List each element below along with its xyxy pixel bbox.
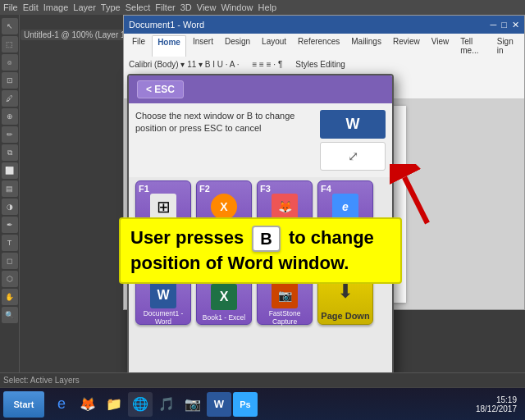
tab-insert[interactable]: Insert: [188, 35, 218, 57]
lasso-tool[interactable]: ⌾: [2, 54, 18, 71]
menu-help[interactable]: Help: [258, 2, 277, 12]
expand-icon: ⤢: [348, 148, 358, 164]
menu-select[interactable]: Select: [126, 2, 151, 12]
red-arrow: [390, 164, 439, 230]
tab-tellme[interactable]: Tell me...: [455, 35, 490, 57]
menu-view[interactable]: View: [197, 2, 217, 12]
f2-label: F2: [199, 185, 210, 194]
f9-icon-area: W: [139, 282, 188, 308]
word-ribbon-content: Calibri (Body) ▾ 11 ▾ B I U · A · ≡ ≡ ≡ …: [127, 58, 521, 71]
menu-edit[interactable]: Edit: [23, 2, 39, 12]
clone-tool[interactable]: ⧉: [2, 144, 18, 161]
f10-icon-area: X: [199, 282, 249, 313]
word-close[interactable]: ✕: [512, 20, 519, 30]
tab-layout[interactable]: Layout: [257, 35, 291, 57]
f4-label: F4: [321, 185, 331, 194]
faststone-icon: 📷: [272, 282, 298, 308]
xampp-icon: X: [211, 194, 237, 220]
move-tool[interactable]: ↖: [2, 18, 18, 34]
f3-icon-area: 🦊: [260, 194, 309, 220]
menu-layer[interactable]: Layer: [73, 2, 96, 12]
ps-status-bar: Select: Active Layers: [0, 372, 525, 387]
taskbar-date-display: 18/12/2017: [476, 404, 517, 413]
ps-menu-bar: File Edit Image Layer Type Select Filter…: [0, 0, 525, 15]
eyedropper-tool[interactable]: 🖊: [2, 90, 18, 107]
word-title: Document1 - Word: [129, 20, 204, 30]
excel-app-icon: X: [211, 284, 237, 310]
f12-app-name: Page Down: [321, 311, 369, 322]
start-button[interactable]: Start: [3, 391, 44, 418]
tab-signin[interactable]: Sign in: [492, 35, 521, 57]
word-maximize[interactable]: □: [501, 20, 507, 30]
select-tool[interactable]: ⬚: [2, 36, 18, 52]
taskbar-ie-icon[interactable]: e: [49, 392, 74, 417]
taskbar-app3-icon[interactable]: 📷: [180, 392, 205, 417]
zoom-tool[interactable]: 🔍: [2, 307, 18, 323]
path-tool[interactable]: ◻: [2, 253, 18, 269]
taskbar-time-display: 15:19: [476, 395, 517, 404]
taskbar-folder-icon[interactable]: 📁: [102, 392, 126, 417]
heal-tool[interactable]: ⊕: [2, 108, 18, 125]
tab-references[interactable]: References: [293, 35, 345, 57]
ps-status-text: Select: Active Layers: [3, 376, 80, 385]
preview-word-icon: W: [320, 110, 386, 139]
menu-type[interactable]: Type: [101, 2, 121, 12]
word-titlebar: Document1 - Word ─ □ ✕: [124, 16, 524, 34]
tab-design[interactable]: Design: [220, 35, 255, 57]
menu-window[interactable]: Window: [221, 2, 253, 12]
taskbar-firefox-icon[interactable]: 🦊: [75, 392, 100, 417]
firefox-icon: 🦊: [272, 194, 298, 220]
taskbar-ps-icon[interactable]: Ps: [233, 392, 258, 417]
dialog-header: < ESC: [129, 75, 392, 103]
annotation-text-before: User presses: [130, 227, 244, 248]
f1-label: F1: [139, 185, 149, 194]
word-app-icon: W: [150, 282, 176, 308]
menu-filter[interactable]: Filter: [155, 2, 175, 12]
tab-mailings[interactable]: Mailings: [346, 35, 386, 57]
f9-app-name: Document1 - Word: [139, 309, 188, 326]
crop-tool[interactable]: ⊡: [2, 72, 18, 89]
annotation-box: User presses B to change position of Wor…: [119, 217, 402, 284]
menu-3d[interactable]: 3D: [180, 2, 192, 12]
brush-tool[interactable]: ✏: [2, 126, 18, 143]
menu-image[interactable]: Image: [43, 2, 69, 12]
f2-icon-area: X: [199, 194, 249, 220]
f11-icon-area: 📷: [260, 282, 309, 308]
quick-snap-icon: ⊞: [150, 194, 176, 220]
dodge-tool[interactable]: ◑: [2, 199, 18, 215]
menu-file[interactable]: File: [3, 2, 18, 12]
taskbar-app2-icon[interactable]: 🎵: [154, 392, 179, 417]
dialog-instruction: Choose the next window or B to change po…: [135, 110, 313, 171]
tab-file[interactable]: File: [127, 35, 150, 57]
esc-button[interactable]: < ESC: [137, 80, 184, 98]
pen-tool[interactable]: ✒: [2, 217, 18, 233]
gradient-tool[interactable]: ▤: [2, 180, 18, 197]
word-ribbon-tabs: File Home Insert Design Layout Reference…: [127, 35, 521, 57]
ps-left-toolbar: ↖ ⬚ ⌾ ⊡ 🖊 ⊕ ✏ ⧉ ⬜ ▤ ◑ ✒ T ◻ ⬡ ✋ 🔍: [0, 15, 20, 387]
f10-app-name: Book1 - Excel: [203, 313, 245, 322]
dialog-preview: W ⤢: [320, 110, 386, 171]
ie-icon: e: [332, 194, 358, 220]
tab-review[interactable]: Review: [388, 35, 425, 57]
taskbar: Start e 🦊 📁 🌐 🎵 📷 W Ps 15:19 18/12/2017: [0, 387, 525, 420]
type-tool[interactable]: T: [2, 235, 18, 251]
taskbar-word-icon[interactable]: W: [207, 392, 231, 417]
f4-icon-area: e: [321, 194, 370, 220]
word-minimize[interactable]: ─: [491, 20, 497, 30]
word-icon-letter: W: [346, 116, 360, 133]
taskbar-clock: 15:19 18/12/2017: [476, 395, 522, 413]
shape-tool[interactable]: ⬡: [2, 271, 18, 287]
svg-line-1: [404, 177, 427, 223]
f11-app-name: FastStone Capture: [260, 309, 309, 326]
eraser-tool[interactable]: ⬜: [2, 162, 18, 179]
preview-expand-icon: ⤢: [320, 142, 386, 171]
f3-label: F3: [260, 185, 271, 194]
f1-icon-area: ⊞: [139, 194, 188, 220]
hand-tool[interactable]: ✋: [2, 289, 18, 305]
dialog-top: Choose the next window or B to change po…: [129, 103, 392, 177]
b-key-inline: B: [252, 226, 280, 252]
tab-view[interactable]: View: [427, 35, 454, 57]
taskbar-app1-icon[interactable]: 🌐: [128, 392, 153, 417]
tab-home[interactable]: Home: [152, 35, 186, 57]
